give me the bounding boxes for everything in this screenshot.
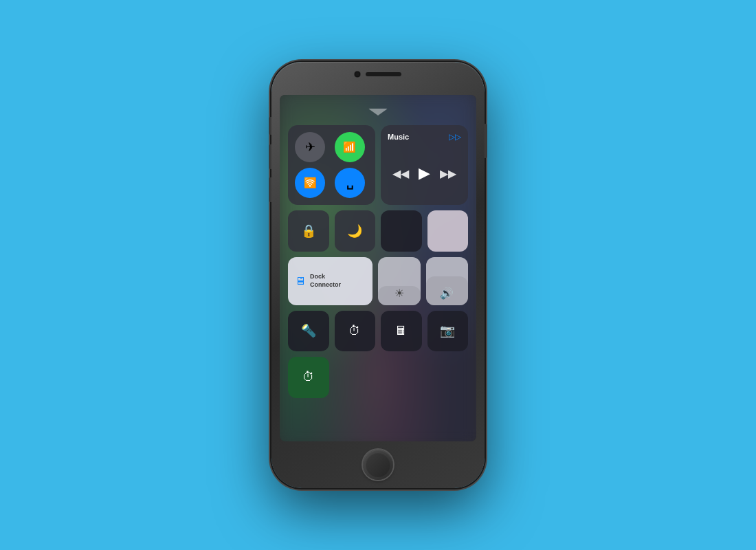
brightness-slider[interactable]: ☀ <box>378 257 421 305</box>
connectivity-block: ✈ 📶 🛜 ␣ <box>288 125 375 205</box>
cellular-icon: 📶 <box>343 141 356 153</box>
phone-top-bar <box>355 72 401 77</box>
timer-button[interactable]: ⏱ <box>335 311 376 352</box>
home-button-inner <box>366 452 390 477</box>
second-row: 🔒 🌙 <box>288 210 468 252</box>
music-block: Music ▷▷ ◀◀ ▶ ▶▶ <box>381 125 468 205</box>
volume-slider[interactable]: 🔊 <box>426 257 469 305</box>
airplane-icon: ✈ <box>305 140 315 155</box>
timer-icon: ⏱ <box>348 324 361 338</box>
home-button[interactable] <box>363 450 393 480</box>
music-label: Music <box>388 133 409 141</box>
airplay-icon[interactable]: ▷▷ <box>449 132 461 142</box>
speaker-grille <box>366 72 401 76</box>
stopwatch-button[interactable]: ⏱ <box>288 357 329 398</box>
phone-screen: ✈ 📶 🛜 ␣ Music ▷▷ <box>280 95 476 441</box>
dock-text-line1: Dock <box>310 273 341 281</box>
flashlight-button[interactable]: 🔦 <box>288 311 329 352</box>
volume-icon: 🔊 <box>440 287 454 305</box>
top-row: ✈ 📶 🛜 ␣ Music ▷▷ <box>288 125 468 205</box>
dock-connector-button[interactable]: 🖥 Dock Connector <box>288 257 373 305</box>
third-row: 🖥 Dock Connector ☀ 🔊 <box>288 257 468 305</box>
wifi-button[interactable]: 🛜 <box>295 168 325 198</box>
camera-button[interactable]: 📷 <box>427 311 469 352</box>
airplane-mode-button[interactable]: ✈ <box>295 132 325 162</box>
dark-tile[interactable] <box>381 210 422 252</box>
rotation-lock-button[interactable]: 🔒 <box>288 210 329 252</box>
dock-connector-label: Dock Connector <box>310 273 341 289</box>
power-button[interactable] <box>485 124 487 158</box>
control-center: ✈ 📶 🛜 ␣ Music ▷▷ <box>280 95 476 441</box>
camera-icon: 📷 <box>440 323 455 338</box>
wifi-icon: 🛜 <box>304 177 317 189</box>
bluetooth-button[interactable]: ␣ <box>335 168 365 198</box>
bluetooth-icon: ␣ <box>346 177 353 190</box>
fifth-row: ⏱ <box>288 357 468 398</box>
forward-button[interactable]: ▶▶ <box>440 167 456 180</box>
swipe-indicator[interactable] <box>368 109 388 118</box>
mute-switch[interactable] <box>269 117 271 135</box>
brightness-icon: ☀ <box>394 287 404 305</box>
fourth-row: 🔦 ⏱ 🖩 📷 <box>288 311 468 352</box>
light-tile <box>427 210 469 252</box>
calculator-icon: 🖩 <box>395 324 408 338</box>
front-camera <box>355 72 360 77</box>
rotation-lock-icon: 🔒 <box>301 223 316 239</box>
play-button[interactable]: ▶ <box>419 164 430 182</box>
moon-icon: 🌙 <box>347 223 362 239</box>
cellular-button[interactable]: 📶 <box>335 132 365 162</box>
rewind-button[interactable]: ◀◀ <box>392 167 409 180</box>
calculator-button[interactable]: 🖩 <box>381 311 422 352</box>
volume-up-button[interactable] <box>269 144 271 169</box>
do-not-disturb-button[interactable]: 🌙 <box>335 210 376 252</box>
dock-text-line2: Connector <box>310 281 341 289</box>
dock-connector-icon: 🖥 <box>295 275 306 287</box>
volume-down-button[interactable] <box>269 177 271 202</box>
stopwatch-icon: ⏱ <box>302 370 315 384</box>
music-controls: ◀◀ ▶ ▶▶ <box>388 144 461 198</box>
phone-shell: ✈ 📶 🛜 ␣ Music ▷▷ <box>271 62 485 488</box>
music-header: Music ▷▷ <box>388 132 461 142</box>
flashlight-icon: 🔦 <box>301 323 316 338</box>
